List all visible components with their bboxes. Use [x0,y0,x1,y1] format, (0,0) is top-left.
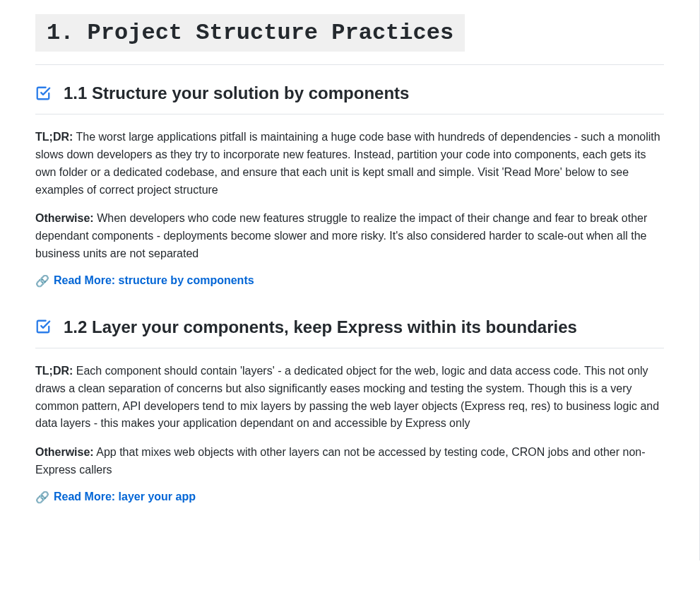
otherwise-paragraph: Otherwise: When developers who code new … [35,210,664,262]
tldr-text: Each component should contain 'layers' -… [35,365,659,429]
otherwise-label: Otherwise: [35,212,94,224]
tldr-text: The worst large applications pitfall is … [35,131,660,195]
otherwise-text: When developers who code new features st… [35,212,647,259]
tldr-label: TL;DR: [35,131,73,143]
tldr-label: TL;DR: [35,365,73,377]
subsection-block: 1.2 Layer your components, keep Express … [35,316,664,504]
readmore-line: 🔗 Read More: structure by components [35,274,664,288]
otherwise-label: Otherwise: [35,446,94,458]
subsection-heading: 1.1 Structure your solution by component… [35,82,664,115]
section-title: 1. Project Structure Practices [35,14,465,52]
readmore-link[interactable]: Read More: layer your app [54,491,196,503]
tldr-paragraph: TL;DR: The worst large applications pitf… [35,129,664,199]
otherwise-text: App that mixes web objects with other la… [35,446,646,476]
section-divider [35,64,664,65]
subsection-heading-text: 1.2 Layer your components, keep Express … [64,316,577,338]
otherwise-paragraph: Otherwise: App that mixes web objects wi… [35,444,664,479]
readmore-link[interactable]: Read More: structure by components [54,274,254,287]
link-icon: 🔗 [35,491,49,504]
link-icon: 🔗 [35,274,49,288]
tldr-paragraph: TL;DR: Each component should contain 'la… [35,363,664,433]
document-container: 1. Project Structure Practices 1.1 Struc… [0,0,700,560]
subsection-block: 1.1 Structure your solution by component… [35,82,664,288]
check-square-icon [35,86,51,101]
subsection-heading: 1.2 Layer your components, keep Express … [35,316,664,348]
check-square-icon [35,319,51,334]
readmore-line: 🔗 Read More: layer your app [35,491,664,504]
subsection-heading-text: 1.1 Structure your solution by component… [64,82,409,104]
